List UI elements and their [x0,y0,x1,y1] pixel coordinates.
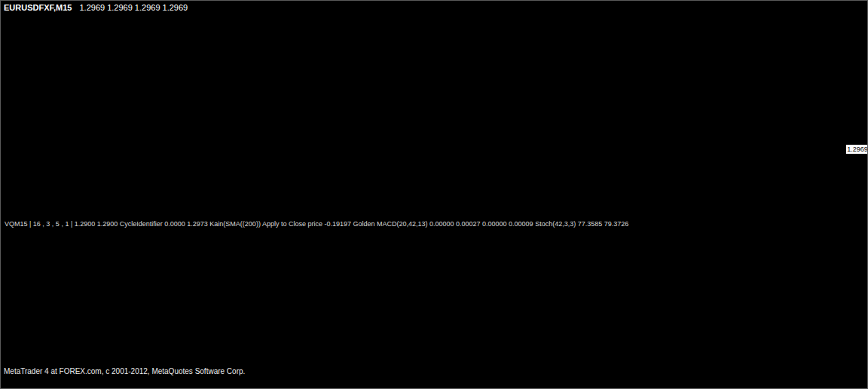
current-price: 1.2969 [791,170,837,186]
chart-graphics[interactable] [1,1,868,389]
chart-title: EURUSDFXF,M151.2969 1.2969 1.2969 1.2969 [4,3,188,12]
bid-price-box: 1.2969 [846,145,868,154]
indicator-header: VQM15 | 16 , 3 , 5 , 1 | 1.2900 1.2900 C… [5,220,628,228]
ohlc-quotes: 1.2969 1.2969 1.2969 1.2969 [79,3,188,12]
symbol-period-label: EURUSDFXF,M15 [4,3,72,12]
market-info-panel: 1.2969 [791,170,837,219]
copyright-footer: MetaTrader 4 at FOREX.com, c 2001-2012, … [4,367,245,375]
mt4-chart-window: EURUSDFXF,M151.2969 1.2969 1.2969 1.2969… [0,0,868,389]
